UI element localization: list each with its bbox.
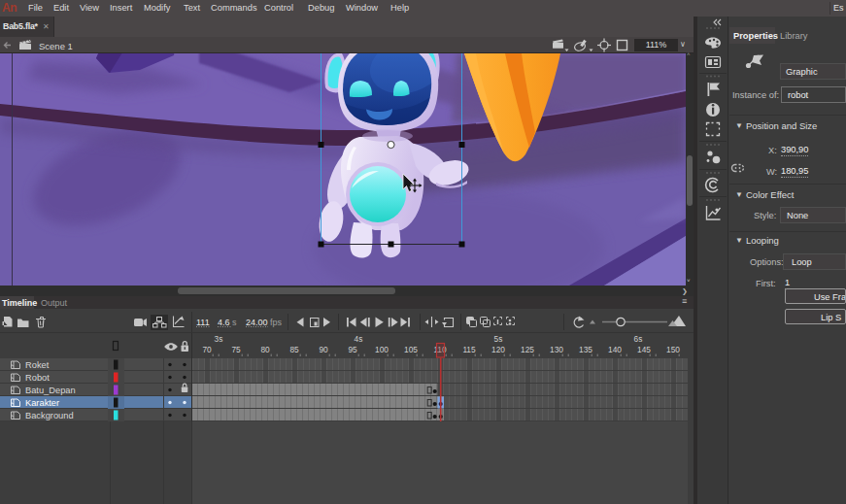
svg-text:105: 105 — [404, 345, 418, 354]
svg-text:Batu_Depan: Batu_Depan — [25, 386, 76, 395]
svg-text:130: 130 — [550, 345, 563, 354]
svg-text:145: 145 — [637, 345, 651, 354]
svg-text:Karakter: Karakter — [25, 398, 59, 408]
svg-text:4s: 4s — [355, 334, 363, 344]
svg-text:111: 111 — [196, 318, 210, 327]
svg-text:85: 85 — [289, 345, 299, 354]
svg-text:140: 140 — [608, 345, 622, 354]
svg-text:120: 120 — [491, 345, 505, 354]
svg-text:125: 125 — [521, 345, 534, 354]
svg-text:135: 135 — [579, 345, 592, 354]
svg-text:Robot: Robot — [25, 373, 50, 383]
svg-text:80: 80 — [260, 345, 270, 354]
svg-text:6s: 6s — [634, 334, 643, 344]
svg-text:4.6 s: 4.6 s — [218, 318, 237, 327]
svg-text:5s: 5s — [494, 334, 503, 344]
svg-text:100: 100 — [375, 345, 389, 354]
svg-text:Background: Background — [25, 411, 74, 420]
svg-text:Roket: Roket — [25, 360, 50, 370]
svg-text:95: 95 — [348, 345, 357, 354]
svg-text:70: 70 — [202, 345, 212, 354]
svg-text:3s: 3s — [215, 334, 223, 344]
svg-text:90: 90 — [319, 345, 328, 354]
svg-text:150: 150 — [666, 345, 680, 354]
svg-text:24.00 fps: 24.00 fps — [246, 318, 283, 327]
svg-text:75: 75 — [231, 345, 241, 354]
svg-text:115: 115 — [462, 345, 476, 354]
